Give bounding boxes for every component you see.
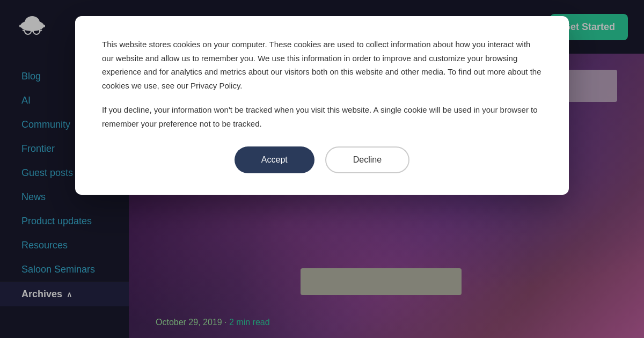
cookie-modal: This website stores cookies on your comp… — [75, 16, 569, 195]
decline-button[interactable]: Decline — [325, 146, 409, 173]
modal-overlay: This website stores cookies on your comp… — [0, 0, 644, 338]
cookie-text-2: If you decline, your information won't b… — [102, 103, 542, 130]
cookie-buttons: Accept Decline — [102, 146, 542, 173]
cookie-text-1: This website stores cookies on your comp… — [102, 38, 542, 92]
accept-button[interactable]: Accept — [235, 146, 314, 173]
